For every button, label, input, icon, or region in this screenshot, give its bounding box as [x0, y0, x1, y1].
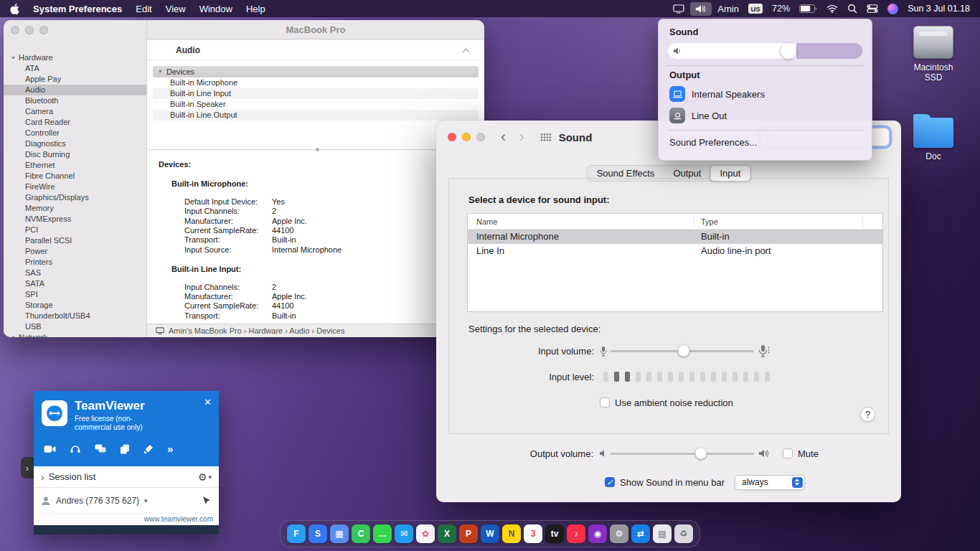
- show-sound-menubar-checkbox[interactable]: ✓: [605, 477, 615, 487]
- column-divider[interactable]: [862, 216, 863, 227]
- control-center-icon[interactable]: [867, 4, 878, 13]
- dock-icon-safari[interactable]: S: [308, 524, 327, 543]
- sidebar-item-sas[interactable]: SAS: [4, 268, 146, 278]
- more-tools-icon[interactable]: »: [167, 443, 173, 455]
- sidebar-item-thunderbolt-usb4[interactable]: Thunderbolt/USB4: [4, 311, 146, 321]
- device-row[interactable]: Built-in Speaker: [153, 99, 479, 110]
- chat-icon[interactable]: [95, 444, 106, 453]
- tab-input[interactable]: Input: [710, 165, 750, 182]
- sidebar-item-apple-pay[interactable]: Apple Pay: [4, 74, 146, 85]
- help-button[interactable]: ?: [860, 407, 875, 422]
- dock-icon-settings[interactable]: ⚙: [610, 524, 628, 543]
- menu-view[interactable]: View: [166, 4, 186, 14]
- dock-icon-word[interactable]: W: [481, 524, 499, 543]
- forward-button[interactable]: ›: [519, 130, 524, 144]
- dock-icon-powerpoint[interactable]: P: [459, 524, 478, 543]
- dock-icon-notes[interactable]: N: [502, 524, 521, 543]
- slider-knob[interactable]: [781, 43, 796, 59]
- menu-help[interactable]: Help: [246, 4, 265, 14]
- input-volume-slider[interactable]: [611, 342, 754, 359]
- dock-icon-teamviewer[interactable]: ⇄: [631, 524, 650, 543]
- table-row-line-in[interactable]: Line In Audio line-in port: [468, 244, 882, 258]
- teamviewer-collapse-tab[interactable]: ›: [21, 457, 34, 479]
- sidebar-group-network[interactable]: ▼Network: [4, 332, 146, 337]
- input-source-menu[interactable]: US: [748, 4, 763, 14]
- device-row[interactable]: Built-in Microphone: [153, 77, 479, 88]
- sidebar-item-nvmexpress[interactable]: NVMExpress: [4, 214, 146, 225]
- dock-icon-trash[interactable]: ♻: [674, 524, 693, 543]
- sidebar-item-storage[interactable]: Storage: [4, 300, 146, 311]
- sidebar-item-usb[interactable]: USB: [4, 321, 146, 332]
- dock-icon-mail[interactable]: ✉: [395, 524, 413, 543]
- show-all-grid-icon[interactable]: [540, 133, 552, 142]
- device-row[interactable]: Built-in Line Output: [153, 110, 479, 121]
- dock-icon-calendar[interactable]: 3: [524, 524, 542, 543]
- tab-sound-effects[interactable]: Sound Effects: [588, 166, 664, 181]
- dock-icon-messages[interactable]: …: [373, 524, 392, 543]
- connect-cursor-icon[interactable]: [202, 496, 212, 506]
- sidebar-item-controller[interactable]: Controller: [4, 128, 146, 138]
- zoom-button[interactable]: [39, 26, 48, 34]
- back-button[interactable]: ‹: [501, 130, 506, 144]
- video-call-icon[interactable]: [44, 445, 56, 453]
- zoom-button[interactable]: [476, 133, 485, 141]
- dock-icon-photos[interactable]: ✿: [416, 524, 435, 543]
- column-type[interactable]: Type: [701, 214, 718, 230]
- sidebar-item-firewire[interactable]: FireWire: [4, 182, 146, 192]
- sidebar-item-card-reader[interactable]: Card Reader: [4, 117, 146, 128]
- dock-icon-tv[interactable]: tv: [545, 524, 564, 543]
- user-menu[interactable]: Amin: [717, 4, 739, 14]
- sidebar-item-parallel-scsi[interactable]: Parallel SCSI: [4, 235, 146, 246]
- dock-icon-music[interactable]: ♪: [567, 524, 585, 543]
- headset-icon[interactable]: [70, 444, 81, 454]
- column-name[interactable]: Name: [468, 217, 497, 226]
- volume-slider[interactable]: [668, 43, 862, 59]
- display-menu-extra[interactable]: [673, 4, 684, 14]
- close-button[interactable]: [11, 26, 19, 34]
- sidebar-item-printers[interactable]: Printers: [4, 257, 146, 268]
- wifi-icon[interactable]: [826, 4, 838, 13]
- partner-row[interactable]: Andres (776 375 627) ▾: [34, 488, 219, 514]
- table-row-internal-microphone[interactable]: Internal Microphone Built-in: [468, 230, 882, 244]
- sidebar-item-spi[interactable]: SPI: [4, 289, 146, 300]
- menu-bar-clock[interactable]: Sun 3 Jul 01.18: [908, 4, 970, 14]
- minimize-button[interactable]: [25, 26, 34, 34]
- menu-window[interactable]: Window: [199, 4, 232, 14]
- sidebar-item-fibre-channel[interactable]: Fibre Channel: [4, 171, 146, 182]
- sound-preferences-item[interactable]: Sound Preferences...: [668, 134, 862, 150]
- column-divider[interactable]: [694, 216, 694, 227]
- sidebar-item-camera[interactable]: Camera: [4, 106, 146, 117]
- active-app-menu[interactable]: System Preferences: [33, 4, 122, 14]
- dock-icon-excel[interactable]: X: [438, 524, 456, 543]
- sidebar-item-power[interactable]: Power: [4, 246, 146, 257]
- sidebar-group-hardware[interactable]: ▼Hardware: [4, 52, 146, 63]
- sidebar-item-graphics-displays[interactable]: Graphics/Displays: [4, 192, 146, 203]
- sidebar-item-audio[interactable]: Audio: [4, 85, 146, 95]
- dock-icon-documents[interactable]: ▤: [653, 524, 672, 543]
- dock-icon-launchpad[interactable]: ▦: [330, 524, 349, 543]
- ambient-noise-checkbox[interactable]: [600, 397, 610, 408]
- sidebar-item-diagnostics[interactable]: Diagnostics: [4, 138, 146, 149]
- desktop-icon-doc[interactable]: Doc: [905, 113, 961, 161]
- session-list-row[interactable]: › Session list ⚙ ▾: [34, 466, 219, 488]
- collapse-chevron-icon[interactable]: [463, 49, 470, 56]
- siri-icon[interactable]: [887, 4, 898, 14]
- dock-icon-finder[interactable]: F: [287, 524, 306, 543]
- gear-icon[interactable]: ⚙: [198, 471, 207, 483]
- spotlight-icon[interactable]: [847, 4, 857, 14]
- minimize-button[interactable]: [462, 133, 471, 141]
- mute-checkbox[interactable]: [783, 448, 793, 458]
- output-device-line-out[interactable]: Line Out: [668, 105, 862, 126]
- apple-menu[interactable]: [10, 4, 19, 14]
- close-icon[interactable]: ✕: [204, 397, 212, 408]
- sidebar-item-ata[interactable]: ATA: [4, 63, 146, 74]
- sidebar-item-disc-burning[interactable]: Disc Burning: [4, 149, 146, 160]
- battery-icon[interactable]: [799, 4, 817, 13]
- sound-menu-extra[interactable]: [690, 2, 712, 16]
- teamviewer-website-link[interactable]: www.teamviewer.com: [34, 514, 219, 525]
- sidebar-item-pci[interactable]: PCI: [4, 225, 146, 235]
- sidebar-item-memory[interactable]: Memory: [4, 203, 146, 214]
- desktop-icon-macintosh-ssd[interactable]: Macintosh SSD: [905, 26, 961, 83]
- output-device-internal-speakers[interactable]: Internal Speakers: [668, 83, 862, 105]
- sidebar-item-sata[interactable]: SATA: [4, 278, 146, 289]
